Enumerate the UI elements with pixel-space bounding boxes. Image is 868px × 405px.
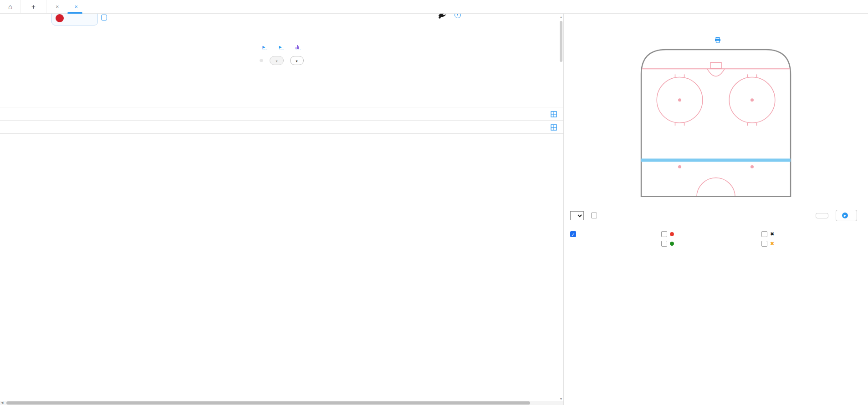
stats-panel: ▶ ▶ ▾ ▾ <box>0 14 564 405</box>
zones-checkbox[interactable] <box>591 213 597 218</box>
right-panel-tabs <box>564 14 868 34</box>
print-icon[interactable] <box>715 37 721 43</box>
table-view-icon[interactable] <box>551 111 557 117</box>
scroll-up-icon[interactable]: ▲ <box>559 15 563 19</box>
play-all-button[interactable]: ▶ <box>836 210 857 221</box>
blocked-checkbox[interactable] <box>761 241 767 247</box>
shot-on-goal-dot-icon <box>670 242 674 246</box>
situation-segments <box>260 59 263 62</box>
play-icon: ▶ <box>279 45 282 49</box>
spots-select[interactable] <box>570 211 584 220</box>
stat-summary-row <box>0 69 563 93</box>
blue-line <box>641 158 791 162</box>
goals-checkbox-row[interactable] <box>661 231 761 237</box>
goal-dot-icon <box>670 232 674 236</box>
shooting-map-panel: ▶ ✓ <box>564 14 868 405</box>
blocked-x-icon: ✖ <box>770 241 774 246</box>
chevron-down-icon: ▾ <box>296 59 298 63</box>
neutral-faceoff-dot <box>678 165 681 168</box>
ice-time-link[interactable]: ▶ <box>262 45 267 50</box>
tab-overflow[interactable]: ✕ <box>46 0 66 13</box>
team-filter-dropdown[interactable]: ▾ <box>270 56 283 65</box>
all-shots-checkbox-row[interactable]: ✓ <box>570 231 661 237</box>
vertical-scrollbar[interactable]: ▲ ▼ <box>559 14 563 405</box>
map-title-row <box>564 34 868 46</box>
home-icon[interactable]: ⌂ <box>0 0 21 13</box>
missed-shots-checkbox-row[interactable]: ✖ <box>761 231 857 237</box>
bar-chart-icon <box>296 45 299 49</box>
shots-on-goal-checkbox-row[interactable] <box>661 241 761 247</box>
faceoff-dot <box>678 98 681 101</box>
scrollbar-thumb[interactable] <box>6 401 530 405</box>
zones-checkbox-row[interactable] <box>591 213 600 218</box>
heat-map-button[interactable] <box>816 213 828 218</box>
score-header <box>0 14 563 43</box>
map-controls: ▶ <box>564 197 868 221</box>
app: ⌂ + ✕ ✕ <box>0 0 868 405</box>
scrollbar-thumb[interactable] <box>560 21 562 62</box>
faceoff-dot <box>751 98 754 101</box>
play-icon: ▶ <box>842 213 848 218</box>
away-team-box[interactable] <box>437 14 461 20</box>
table-view-icon[interactable] <box>551 124 557 131</box>
close-icon[interactable]: ✕ <box>56 5 59 9</box>
goals-checkbox[interactable] <box>661 231 667 237</box>
periods-dropdown[interactable]: ▾ <box>290 56 304 65</box>
team-stats-icon[interactable] <box>101 15 107 20</box>
filter-bar: ▾ ▾ <box>0 52 563 69</box>
blocked-checkbox-row[interactable]: ✖ <box>761 241 857 247</box>
view-tabs <box>0 93 563 107</box>
goalies-section-header <box>0 107 563 120</box>
missed-shots-checkbox[interactable] <box>761 231 767 237</box>
quick-links: ▶ ▶ <box>0 43 563 52</box>
team-badge-icon[interactable] <box>454 14 461 18</box>
neutral-faceoff-dot <box>751 165 754 168</box>
play-icon: ▶ <box>262 45 265 49</box>
browser-tab-bar: ⌂ + ✕ ✕ <box>0 0 868 14</box>
scroll-down-icon[interactable]: ▼ <box>559 397 563 400</box>
scroll-left-icon[interactable]: ◀ <box>1 401 3 405</box>
skaters-section-header <box>0 121 563 133</box>
chevron-down-icon: ▾ <box>276 59 277 63</box>
home-team-box[interactable] <box>51 14 98 25</box>
shot-legend: ✓ <box>564 221 868 247</box>
full-game-link[interactable]: ▶ <box>279 45 284 50</box>
tab-game[interactable]: ✕ <box>66 0 85 13</box>
new-tab-button[interactable]: + <box>21 0 46 13</box>
missed-x-icon: ✖ <box>770 232 774 237</box>
advanced-analytics-link[interactable] <box>296 45 301 50</box>
shots-on-goal-checkbox[interactable] <box>661 241 667 247</box>
close-icon[interactable]: ✕ <box>75 5 78 9</box>
away-team-logo <box>437 14 447 20</box>
all-shots-checkbox[interactable]: ✓ <box>570 231 576 237</box>
rink-boards <box>641 50 791 197</box>
home-team-logo <box>56 14 64 22</box>
rink-shot-map <box>640 46 791 197</box>
horizontal-scrollbar[interactable]: ◀ <box>0 401 564 405</box>
